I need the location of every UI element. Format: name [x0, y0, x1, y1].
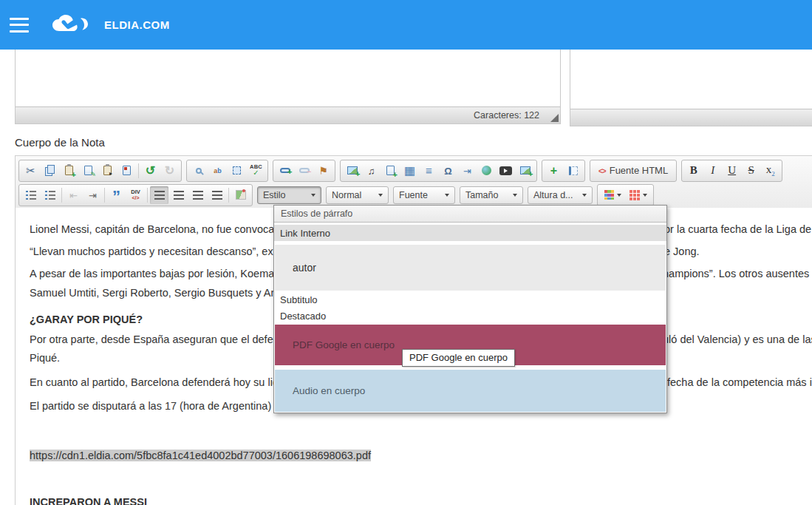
- outdent-icon: [69, 189, 78, 202]
- paste-icon: [65, 166, 73, 175]
- div-container-button[interactable]: DIV</>: [126, 186, 145, 204]
- format-group: B I U S x2: [681, 160, 782, 182]
- justify-icon: [212, 191, 222, 200]
- insert-table-button[interactable]: [400, 162, 419, 180]
- html-source-label: Fuente HTML: [610, 165, 668, 176]
- char-count-label: Caracteres: 122: [474, 110, 539, 121]
- paste-button[interactable]: [60, 162, 78, 180]
- show-blocks-button[interactable]: [564, 162, 582, 180]
- cut-button[interactable]: [21, 162, 40, 180]
- bullet-list-button[interactable]: [41, 186, 59, 204]
- find-button[interactable]: [189, 162, 208, 180]
- unlink-button[interactable]: [295, 162, 313, 180]
- align-center-button[interactable]: [169, 186, 188, 204]
- align-center-icon: [174, 191, 184, 200]
- align-left-button[interactable]: [150, 186, 168, 204]
- hamburger-menu-icon[interactable]: [10, 18, 29, 33]
- size-combo[interactable]: Tamaño: [460, 186, 523, 204]
- view-group: [542, 160, 585, 182]
- insert-link-button[interactable]: [276, 162, 294, 180]
- style-option-subtitulo[interactable]: Subtitulo: [274, 291, 666, 308]
- spellcheck-button[interactable]: ABC✓: [247, 162, 265, 180]
- iframe-button[interactable]: [477, 162, 496, 180]
- unlink-icon: [299, 168, 310, 173]
- youtube-button[interactable]: [497, 162, 515, 180]
- copy-button[interactable]: [41, 162, 59, 180]
- eldia-cloud-logo: [49, 12, 95, 38]
- outdent-button[interactable]: [64, 186, 83, 204]
- image-plus-icon: [520, 166, 530, 174]
- chevron-down-icon: [643, 194, 647, 197]
- maximize-button[interactable]: [545, 162, 563, 180]
- styles-combo[interactable]: Estilo: [257, 186, 321, 204]
- horizontal-rule-button[interactable]: [420, 162, 438, 180]
- anchor-flag-icon: [318, 164, 328, 177]
- highlight-table-button[interactable]: [626, 186, 651, 204]
- style-option-autor[interactable]: autor: [275, 245, 666, 291]
- link-icon: [280, 168, 290, 173]
- html-source-button[interactable]: Fuente HTML: [593, 161, 674, 180]
- select-all-button[interactable]: [228, 162, 246, 180]
- maps-icon: [236, 190, 246, 200]
- align-right-icon: [193, 191, 203, 200]
- anchor-button[interactable]: [314, 162, 332, 180]
- justify-button[interactable]: [208, 186, 226, 204]
- indent-button[interactable]: [83, 186, 102, 204]
- search-icon: [196, 168, 202, 174]
- format-combo[interactable]: Normal: [326, 186, 389, 204]
- line-height-combo[interactable]: Altura d...: [528, 186, 593, 204]
- paragraph-line: A pesar de las importantes bajas por les…: [30, 268, 296, 279]
- font-combo-label: Fuente: [399, 190, 428, 200]
- paste-from-word-button[interactable]: [98, 162, 117, 180]
- subscript-button[interactable]: x2: [761, 162, 779, 180]
- undo-button[interactable]: [141, 162, 160, 180]
- insert-image-button[interactable]: [343, 162, 361, 180]
- bold-button[interactable]: B: [684, 162, 703, 180]
- word-doc-button[interactable]: [117, 162, 136, 180]
- paragraph-fragment: hampions”. Los otros ausentes s: [663, 268, 812, 279]
- resize-handle[interactable]: [550, 114, 559, 122]
- page-plus-icon: [386, 166, 395, 175]
- line-height-combo-label: Altura d...: [533, 190, 573, 200]
- media-icon: [368, 164, 375, 177]
- insert-page-button[interactable]: [381, 162, 400, 180]
- style-option-link-interno[interactable]: Link Interno: [274, 225, 666, 241]
- subheading: ¿GARAY POR PIQUÉ?: [30, 313, 143, 325]
- word-doc-icon: [123, 166, 131, 175]
- title-textarea-panel[interactable]: Caracteres: 122: [15, 50, 561, 124]
- format-combo-label: Normal: [332, 190, 361, 200]
- text-color-button[interactable]: [600, 186, 625, 204]
- insert-map-button[interactable]: [231, 186, 250, 204]
- page-break-button[interactable]: [458, 162, 477, 180]
- paragraph-fragment: or la cuarta fecha de la Liga de C: [664, 223, 812, 235]
- selected-pdf-url[interactable]: https://cdn1.eldia.com/5fbc8fa1c41ed4002…: [30, 450, 371, 461]
- strikethrough-button[interactable]: S: [742, 162, 760, 180]
- style-option-destacado[interactable]: Destacado: [274, 308, 666, 324]
- paragraph-line: El partido se disputará a las 17 (hora d…: [30, 400, 296, 412]
- font-combo[interactable]: Fuente: [393, 186, 455, 204]
- blockquote-button[interactable]: [107, 186, 126, 204]
- insert-media-button[interactable]: [362, 162, 381, 180]
- undo-icon: [146, 164, 155, 177]
- separator: [104, 188, 105, 203]
- numbered-list-button[interactable]: [21, 186, 40, 204]
- paragraph-fragment: uló del Valencia) y es una de las o: [663, 333, 812, 345]
- subscript-icon: x2: [766, 163, 775, 177]
- style-option-audio[interactable]: Audio en cuerpo: [275, 370, 666, 412]
- page-break-icon: [463, 164, 471, 177]
- select-all-icon: [233, 166, 241, 174]
- separator: [61, 188, 62, 203]
- numbered-list-icon: [26, 191, 36, 200]
- paste-plain-text-button[interactable]: [79, 162, 98, 180]
- paragraph-line: Samuel Umtiti, Sergi Roberto, Sergio Bus…: [30, 287, 298, 299]
- underline-button[interactable]: U: [723, 162, 741, 180]
- copy-icon: [47, 165, 55, 174]
- replace-button[interactable]: ab: [208, 162, 227, 180]
- spellcheck-icon: ABC✓: [250, 164, 262, 177]
- redo-button[interactable]: [160, 162, 179, 180]
- embed-image-button[interactable]: [516, 162, 534, 180]
- align-right-button[interactable]: [188, 186, 207, 204]
- italic-button[interactable]: I: [703, 162, 722, 180]
- special-char-button[interactable]: [439, 162, 457, 180]
- secondary-textarea-panel[interactable]: [570, 50, 812, 126]
